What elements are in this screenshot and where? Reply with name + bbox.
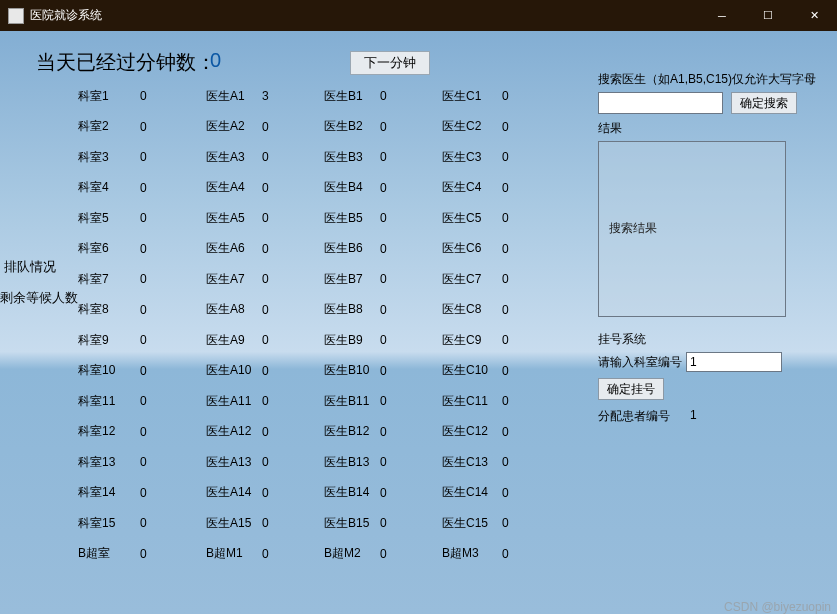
doctor-c-label: 医生C8 (442, 301, 494, 318)
doctor-a-value: 0 (262, 120, 280, 134)
doctor-b-value: 0 (380, 364, 398, 378)
doctor-b-value: 0 (380, 272, 398, 286)
dept-value: 0 (140, 211, 158, 225)
assign-patient-label: 分配患者编号 (598, 408, 670, 425)
dept-label: 科室4 (78, 179, 132, 196)
doctor-c-value: 0 (502, 516, 520, 530)
dept-value: 0 (140, 455, 158, 469)
doctor-a-label: 医生A9 (206, 332, 254, 349)
doctor-b-value: 0 (380, 211, 398, 225)
room-number-input[interactable] (686, 352, 782, 372)
dept-value: 0 (140, 425, 158, 439)
table-row: 科室100医生A100医生B100医生C100 (78, 356, 588, 387)
doctor-b-label: 医生B8 (324, 301, 372, 318)
dept-label: 科室10 (78, 362, 132, 379)
doctor-b-label: 医生B4 (324, 179, 372, 196)
doctor-a-value: 0 (262, 242, 280, 256)
doctor-a-value: 0 (262, 211, 280, 225)
maximize-button[interactable]: ☐ (745, 0, 791, 31)
doctor-c-value: 0 (502, 89, 520, 103)
doctor-b-value: 0 (380, 303, 398, 317)
doctor-b-label: 医生B9 (324, 332, 372, 349)
dept-value: 0 (140, 333, 158, 347)
doctor-a-label: 医生A15 (206, 515, 254, 532)
dept-value: 0 (140, 242, 158, 256)
table-row: 科室80医生A80医生B80医生C80 (78, 295, 588, 326)
doctor-b-label: B超M2 (324, 545, 372, 562)
doctor-c-label: 医生C9 (442, 332, 494, 349)
search-button[interactable]: 确定搜索 (731, 92, 797, 114)
doctor-c-label: B超M3 (442, 545, 494, 562)
doctor-c-value: 0 (502, 547, 520, 561)
register-button[interactable]: 确定挂号 (598, 378, 664, 400)
minimize-button[interactable]: ─ (699, 0, 745, 31)
doctor-c-value: 0 (502, 181, 520, 195)
doctor-a-label: 医生A7 (206, 271, 254, 288)
doctor-b-value: 0 (380, 486, 398, 500)
table-row: B超室0B超M10B超M20B超M30 (78, 539, 588, 570)
doctor-b-label: 医生B15 (324, 515, 372, 532)
search-hint: 搜索医生（如A1,B5,C15)仅允许大写字母 (598, 71, 818, 88)
doctor-b-label: 医生B11 (324, 393, 372, 410)
table-row: 科室60医生A60医生B60医生C60 (78, 234, 588, 265)
dept-value: 0 (140, 272, 158, 286)
search-input[interactable] (598, 92, 723, 114)
search-result-placeholder: 搜索结果 (609, 220, 657, 237)
doctor-a-value: 0 (262, 425, 280, 439)
doctor-a-label: 医生A6 (206, 240, 254, 257)
waiting-count-label: 剩余等候人数 (0, 289, 78, 307)
doctor-a-value: 0 (262, 394, 280, 408)
dept-value: 0 (140, 181, 158, 195)
result-label: 结果 (598, 120, 818, 137)
minutes-label: 当天已经过分钟数： (36, 49, 216, 76)
table-row: 科室50医生A50医生B50医生C50 (78, 203, 588, 234)
client-area: 当天已经过分钟数： 0 下一分钟 排队情况 剩余等候人数 科室10医生A13医生… (0, 31, 837, 614)
titlebar: 医院就诊系统 ─ ☐ ✕ (0, 0, 837, 31)
data-grid: 科室10医生A13医生B10医生C10科室20医生A20医生B20医生C20科室… (78, 81, 588, 569)
table-row: 科室70医生A70医生B70医生C70 (78, 264, 588, 295)
table-row: 科室130医生A130医生B130医生C130 (78, 447, 588, 478)
dept-label: 科室11 (78, 393, 132, 410)
queue-status-label: 排队情况 (4, 258, 56, 276)
doctor-c-value: 0 (502, 150, 520, 164)
doctor-b-label: 医生B10 (324, 362, 372, 379)
doctor-a-label: 医生A11 (206, 393, 254, 410)
doctor-a-label: 医生A13 (206, 454, 254, 471)
doctor-a-label: 医生A4 (206, 179, 254, 196)
doctor-c-label: 医生C11 (442, 393, 494, 410)
doctor-a-value: 0 (262, 455, 280, 469)
close-button[interactable]: ✕ (791, 0, 837, 31)
dept-label: 科室15 (78, 515, 132, 532)
doctor-a-value: 0 (262, 303, 280, 317)
dept-label: 科室6 (78, 240, 132, 257)
doctor-a-label: 医生A3 (206, 149, 254, 166)
doctor-a-label: 医生A5 (206, 210, 254, 227)
doctor-b-label: 医生B6 (324, 240, 372, 257)
dept-label: 科室8 (78, 301, 132, 318)
dept-label: 科室14 (78, 484, 132, 501)
doctor-c-value: 0 (502, 425, 520, 439)
doctor-b-label: 医生B5 (324, 210, 372, 227)
doctor-b-value: 0 (380, 455, 398, 469)
next-minute-button[interactable]: 下一分钟 (350, 51, 430, 75)
doctor-b-value: 0 (380, 150, 398, 164)
doctor-c-label: 医生C2 (442, 118, 494, 135)
doctor-b-value: 0 (380, 394, 398, 408)
doctor-a-label: 医生A2 (206, 118, 254, 135)
watermark: CSDN @biyezuopin (724, 600, 831, 614)
doctor-a-value: 0 (262, 516, 280, 530)
doctor-c-label: 医生C14 (442, 484, 494, 501)
doctor-c-value: 0 (502, 455, 520, 469)
doctor-c-label: 医生C12 (442, 423, 494, 440)
dept-label: 科室12 (78, 423, 132, 440)
doctor-a-value: 0 (262, 181, 280, 195)
dept-value: 0 (140, 516, 158, 530)
doctor-b-value: 0 (380, 516, 398, 530)
dept-label: 科室7 (78, 271, 132, 288)
dept-value: 0 (140, 364, 158, 378)
doctor-b-label: 医生B14 (324, 484, 372, 501)
assign-patient-value: 1 (690, 408, 697, 425)
doctor-c-value: 0 (502, 486, 520, 500)
table-row: 科室20医生A20医生B20医生C20 (78, 112, 588, 143)
doctor-b-value: 0 (380, 120, 398, 134)
